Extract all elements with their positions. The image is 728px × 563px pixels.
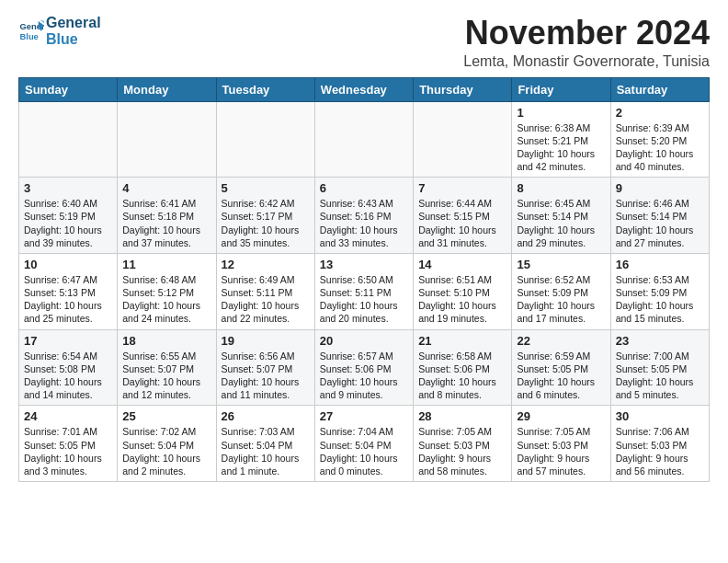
logo-icon: General Blue bbox=[18, 18, 44, 44]
day-info: Daylight: 10 hours and 17 minutes. bbox=[517, 299, 605, 325]
day-cell: 13Sunrise: 6:50 AMSunset: 5:11 PMDayligh… bbox=[314, 253, 413, 329]
day-info: Sunrise: 7:01 AM bbox=[24, 425, 112, 438]
day-info: Sunrise: 7:02 AM bbox=[122, 425, 210, 438]
day-info: Sunset: 5:19 PM bbox=[24, 210, 112, 223]
day-info: Daylight: 10 hours and 24 minutes. bbox=[122, 299, 210, 325]
day-info: Sunrise: 6:45 AM bbox=[517, 197, 605, 210]
day-number: 20 bbox=[320, 334, 408, 348]
day-cell: 16Sunrise: 6:53 AMSunset: 5:09 PMDayligh… bbox=[610, 253, 709, 329]
day-info: Sunset: 5:21 PM bbox=[517, 134, 605, 147]
day-number: 4 bbox=[122, 181, 210, 195]
day-info: Sunset: 5:03 PM bbox=[418, 439, 506, 452]
day-info: Sunrise: 6:46 AM bbox=[616, 197, 704, 210]
day-cell: 11Sunrise: 6:48 AMSunset: 5:12 PMDayligh… bbox=[118, 253, 216, 329]
day-number: 13 bbox=[320, 258, 408, 271]
day-info: Sunset: 5:18 PM bbox=[122, 210, 210, 223]
day-info: Daylight: 10 hours and 22 minutes. bbox=[222, 299, 310, 325]
calendar-table: Sunday Monday Tuesday Wednesday Thursday… bbox=[18, 77, 710, 482]
day-info: Sunset: 5:09 PM bbox=[517, 286, 605, 299]
day-info: Daylight: 10 hours and 3 minutes. bbox=[24, 452, 112, 477]
day-number: 22 bbox=[517, 334, 605, 348]
day-info: Daylight: 10 hours and 12 minutes. bbox=[122, 375, 210, 401]
day-cell: 20Sunrise: 6:57 AMSunset: 5:06 PMDayligh… bbox=[314, 329, 413, 406]
day-info: Sunset: 5:05 PM bbox=[616, 362, 704, 375]
logo-line1: General bbox=[46, 15, 101, 31]
day-info: Sunset: 5:08 PM bbox=[24, 362, 112, 375]
week-row-3: 10Sunrise: 6:47 AMSunset: 5:13 PMDayligh… bbox=[19, 253, 710, 329]
day-number: 9 bbox=[616, 181, 704, 195]
day-info: Daylight: 10 hours and 19 minutes. bbox=[418, 299, 506, 325]
day-info: Daylight: 10 hours and 40 minutes. bbox=[616, 147, 704, 173]
day-info: Daylight: 10 hours and 35 minutes. bbox=[222, 224, 310, 249]
day-number: 30 bbox=[616, 409, 704, 423]
day-cell: 3Sunrise: 6:40 AMSunset: 5:19 PMDaylight… bbox=[19, 178, 118, 254]
day-info: Sunrise: 7:00 AM bbox=[616, 350, 704, 362]
day-info: Sunrise: 6:50 AM bbox=[320, 273, 408, 286]
day-cell bbox=[414, 101, 512, 178]
title-block: November 2024 Lemta, Monastir Governorat… bbox=[463, 15, 710, 70]
day-info: Daylight: 10 hours and 1 minute. bbox=[222, 452, 310, 477]
day-info: Daylight: 10 hours and 25 minutes. bbox=[24, 299, 112, 325]
week-row-1: 1Sunrise: 6:38 AMSunset: 5:21 PMDaylight… bbox=[19, 101, 710, 178]
col-wednesday: Wednesday bbox=[314, 77, 413, 101]
day-cell: 19Sunrise: 6:56 AMSunset: 5:07 PMDayligh… bbox=[216, 329, 314, 406]
col-friday: Friday bbox=[512, 77, 610, 101]
day-info: Sunset: 5:10 PM bbox=[418, 286, 506, 299]
day-cell: 22Sunrise: 6:59 AMSunset: 5:05 PMDayligh… bbox=[512, 329, 610, 406]
day-number: 1 bbox=[517, 106, 605, 120]
day-cell bbox=[118, 101, 216, 178]
header: General Blue General Blue November 2024 … bbox=[18, 15, 710, 70]
logo: General Blue General Blue bbox=[18, 15, 101, 47]
day-info: Daylight: 10 hours and 42 minutes. bbox=[517, 147, 605, 173]
day-info: Daylight: 10 hours and 2 minutes. bbox=[122, 452, 210, 477]
day-info: Sunset: 5:06 PM bbox=[418, 362, 506, 375]
day-number: 18 bbox=[122, 334, 210, 348]
day-cell: 29Sunrise: 7:05 AMSunset: 5:03 PMDayligh… bbox=[512, 406, 610, 482]
day-info: Sunrise: 6:52 AM bbox=[517, 273, 605, 286]
day-number: 28 bbox=[418, 409, 506, 423]
day-info: Daylight: 10 hours and 39 minutes. bbox=[24, 224, 112, 249]
day-info: Daylight: 10 hours and 11 minutes. bbox=[222, 375, 310, 401]
day-info: Sunset: 5:04 PM bbox=[320, 439, 408, 452]
day-info: Daylight: 10 hours and 6 minutes. bbox=[517, 375, 605, 401]
day-info: Sunrise: 7:05 AM bbox=[418, 425, 506, 438]
header-row: Sunday Monday Tuesday Wednesday Thursday… bbox=[19, 77, 710, 101]
day-info: Sunset: 5:07 PM bbox=[222, 362, 310, 375]
day-info: Sunrise: 6:44 AM bbox=[418, 197, 506, 210]
day-info: Sunrise: 6:39 AM bbox=[616, 121, 704, 134]
day-info: Daylight: 10 hours and 33 minutes. bbox=[320, 224, 408, 249]
day-number: 27 bbox=[320, 409, 408, 423]
day-info: Sunrise: 7:05 AM bbox=[517, 425, 605, 438]
day-cell: 12Sunrise: 6:49 AMSunset: 5:11 PMDayligh… bbox=[216, 253, 314, 329]
day-info: Sunrise: 6:48 AM bbox=[122, 273, 210, 286]
location: Lemta, Monastir Governorate, Tunisia bbox=[463, 53, 710, 70]
day-cell: 1Sunrise: 6:38 AMSunset: 5:21 PMDaylight… bbox=[512, 101, 610, 178]
day-cell: 18Sunrise: 6:55 AMSunset: 5:07 PMDayligh… bbox=[118, 329, 216, 406]
day-number: 21 bbox=[418, 334, 506, 348]
day-info: Daylight: 9 hours and 56 minutes. bbox=[616, 452, 704, 477]
col-monday: Monday bbox=[118, 77, 216, 101]
day-info: Daylight: 10 hours and 0 minutes. bbox=[320, 452, 408, 477]
day-cell: 26Sunrise: 7:03 AMSunset: 5:04 PMDayligh… bbox=[216, 406, 314, 482]
day-cell: 2Sunrise: 6:39 AMSunset: 5:20 PMDaylight… bbox=[610, 101, 709, 178]
day-cell bbox=[19, 101, 118, 178]
day-info: Daylight: 10 hours and 37 minutes. bbox=[122, 224, 210, 249]
day-info: Sunrise: 6:49 AM bbox=[222, 273, 310, 286]
day-number: 3 bbox=[24, 181, 112, 195]
day-cell: 27Sunrise: 7:04 AMSunset: 5:04 PMDayligh… bbox=[314, 406, 413, 482]
day-info: Sunrise: 6:54 AM bbox=[24, 350, 112, 362]
day-info: Sunset: 5:03 PM bbox=[616, 439, 704, 452]
day-number: 5 bbox=[222, 181, 310, 195]
day-info: Daylight: 10 hours and 14 minutes. bbox=[24, 375, 112, 401]
day-number: 26 bbox=[222, 409, 310, 423]
day-info: Sunrise: 6:41 AM bbox=[122, 197, 210, 210]
day-cell: 24Sunrise: 7:01 AMSunset: 5:05 PMDayligh… bbox=[19, 406, 118, 482]
day-cell: 30Sunrise: 7:06 AMSunset: 5:03 PMDayligh… bbox=[610, 406, 709, 482]
day-number: 17 bbox=[24, 334, 112, 348]
day-cell: 14Sunrise: 6:51 AMSunset: 5:10 PMDayligh… bbox=[414, 253, 512, 329]
col-tuesday: Tuesday bbox=[216, 77, 314, 101]
day-info: Sunrise: 6:47 AM bbox=[24, 273, 112, 286]
day-number: 2 bbox=[616, 106, 704, 120]
day-info: Sunrise: 6:56 AM bbox=[222, 350, 310, 362]
day-info: Sunset: 5:04 PM bbox=[222, 439, 310, 452]
